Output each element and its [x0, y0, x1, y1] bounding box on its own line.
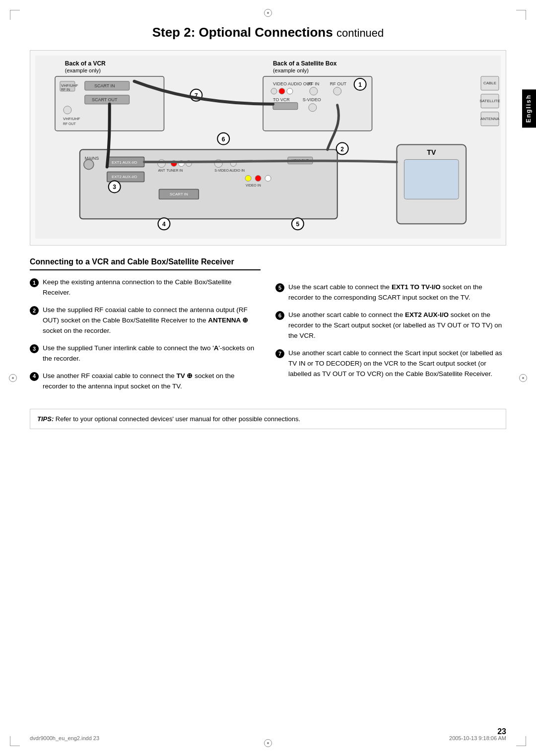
step-number-7: 7	[275, 349, 284, 358]
page-number: 23	[497, 727, 506, 736]
corner-mark-tl	[10, 10, 20, 20]
svg-text:S-VIDEO: S-VIDEO	[214, 169, 229, 172]
left-column: Connecting to a VCR and Cable Box/Satell…	[30, 257, 261, 398]
svg-text:SCART IN: SCART IN	[170, 192, 188, 196]
step-text-2: Use the supplied RF coaxial cable to con…	[43, 305, 261, 336]
svg-text:VHF/UHF: VHF/UHF	[63, 117, 80, 121]
section-heading: Connecting to a VCR and Cable Box/Satell…	[30, 257, 261, 270]
right-column: 5 Use the scart cable to connect the EXT…	[275, 257, 506, 398]
step-text-1: Keep the existing antenna connection to …	[43, 277, 261, 298]
svg-text:4: 4	[162, 221, 166, 228]
svg-point-37	[84, 160, 94, 170]
svg-text:5: 5	[296, 221, 300, 228]
svg-text:RF OUT: RF OUT	[63, 122, 76, 126]
step-item-6: 6 Use another scart cable to connect the…	[275, 310, 506, 341]
page-title: Step 2: Optional Connections continued	[30, 25, 506, 40]
svg-text:TO VCR: TO VCR	[273, 97, 290, 102]
svg-text:SATELLITE: SATELLITE	[479, 99, 500, 103]
svg-text:VIDEO IN: VIDEO IN	[246, 184, 261, 187]
step-item-3: 3 Use the supplied Tuner interlink cable…	[30, 343, 261, 364]
svg-text:S-VIDEO: S-VIDEO	[303, 97, 321, 102]
svg-point-22	[310, 87, 318, 95]
svg-text:Back of a Satellite Box: Back of a Satellite Box	[273, 60, 337, 67]
svg-text:RF IN: RF IN	[61, 88, 70, 91]
svg-text:SCART IN: SCART IN	[94, 83, 115, 88]
svg-rect-24	[273, 103, 298, 110]
page-container: English Step 2: Optional Connections con…	[0, 0, 536, 756]
svg-text:ANT: ANT	[158, 169, 165, 172]
step-text-3: Use the supplied Tuner interlink cable t…	[43, 343, 261, 364]
step-number-5: 5	[275, 283, 284, 292]
svg-point-55	[255, 175, 261, 181]
svg-point-19	[279, 88, 285, 94]
tips-box: TIPS: Refer to your optional connected d…	[30, 409, 506, 430]
svg-text:(example only): (example only)	[65, 67, 101, 73]
steps-right: 5 Use the scart cable to connect the EXT…	[275, 282, 506, 379]
svg-text:TV: TV	[427, 148, 436, 156]
svg-text:RF OUT: RF OUT	[330, 81, 347, 86]
reg-mark-top	[264, 9, 272, 17]
svg-text:3: 3	[113, 184, 116, 190]
step-item-2: 2 Use the supplied RF coaxial cable to c…	[30, 305, 261, 336]
content-section: Connecting to a VCR and Cable Box/Satell…	[30, 257, 506, 398]
svg-text:VIDEO  AUDIO OUT: VIDEO AUDIO OUT	[273, 81, 313, 86]
steps-left: 1 Keep the existing antenna connection t…	[30, 277, 261, 391]
step-item-1: 1 Keep the existing antenna connection t…	[30, 277, 261, 298]
reg-mark-left	[9, 374, 17, 382]
diagram-area: Back of a VCR (example only) VHF/UHF RF …	[30, 50, 506, 246]
page-footer: dvdr9000h_eu_eng2.indd 23 2005-10-13 9:1…	[0, 735, 536, 741]
svg-point-20	[287, 88, 293, 94]
step-item-7: 7 Use another scart cable to connect the…	[275, 348, 506, 379]
svg-point-54	[245, 175, 251, 181]
connection-diagram: Back of a VCR (example only) VHF/UHF RF …	[35, 56, 501, 239]
svg-point-11	[64, 106, 71, 114]
svg-text:CABLE: CABLE	[483, 81, 496, 85]
footer-left: dvdr9000h_eu_eng2.indd 23	[30, 735, 99, 741]
step-number-2: 2	[30, 306, 39, 315]
svg-point-42	[157, 160, 165, 168]
step-text-7: Use another scart cable to connect the S…	[288, 348, 506, 379]
tips-label: TIPS:	[37, 415, 54, 423]
corner-mark-tr	[516, 10, 526, 20]
step-number-3: 3	[30, 344, 39, 353]
step-text-5: Use the scart cable to connect the EXT1 …	[288, 282, 506, 303]
svg-text:6: 6	[222, 136, 225, 143]
step-text-6: Use another scart cable to connect the E…	[288, 310, 506, 341]
reg-mark-right	[519, 374, 527, 382]
svg-text:SCART OUT: SCART OUT	[92, 97, 118, 102]
svg-text:AUDIO IN: AUDIO IN	[229, 169, 245, 172]
svg-text:TUNER IN: TUNER IN	[166, 169, 183, 172]
svg-text:2: 2	[340, 146, 344, 153]
svg-point-28	[334, 87, 341, 95]
svg-text:ANTENNA: ANTENNA	[480, 117, 500, 121]
step-text-4: Use another RF coaxial cable to connect …	[43, 371, 261, 392]
svg-text:VHF/UHF: VHF/UHF	[61, 83, 78, 88]
step-item-4: 4 Use another RF coaxial cable to connec…	[30, 371, 261, 392]
tips-text: Refer to your optional connected devices…	[56, 415, 300, 423]
svg-point-56	[265, 175, 271, 181]
svg-rect-62	[404, 160, 459, 199]
svg-text:EXT1 AUX-I/O: EXT1 AUX-I/O	[112, 160, 137, 165]
svg-text:EXT2 AUX-I/O: EXT2 AUX-I/O	[112, 175, 137, 179]
english-tab: English	[522, 89, 536, 127]
step-number-6: 6	[275, 311, 284, 320]
step-number-1: 1	[30, 278, 39, 287]
svg-point-18	[271, 88, 277, 94]
svg-text:(example only): (example only)	[273, 67, 309, 73]
step-number-4: 4	[30, 372, 39, 381]
svg-text:Back of a VCR: Back of a VCR	[65, 60, 106, 67]
svg-point-26	[309, 104, 317, 112]
svg-text:RF IN: RF IN	[308, 81, 319, 86]
svg-text:1: 1	[358, 81, 362, 88]
step-item-5: 5 Use the scart cable to connect the EXT…	[275, 282, 506, 303]
